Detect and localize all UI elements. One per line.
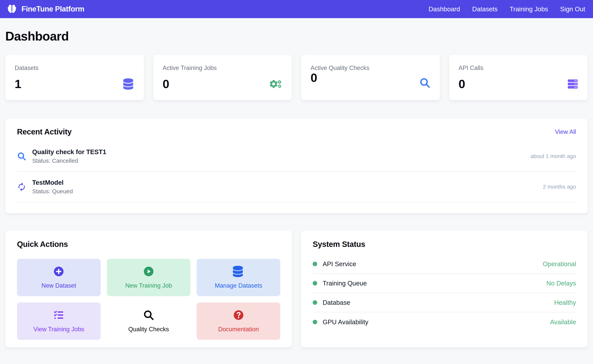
brand-name: FineTune Platform bbox=[21, 5, 84, 13]
quick-action-label: New Dataset bbox=[41, 282, 76, 289]
stat-card-api-calls: API Calls 0 bbox=[449, 55, 588, 100]
stats-row: Datasets 1 Active Training Jobs 0 bbox=[5, 55, 588, 100]
green-dot-icon bbox=[313, 262, 317, 266]
stat-card-active-training-jobs: Active Training Jobs 0 bbox=[153, 55, 292, 100]
quick-action-label: Quality Checks bbox=[128, 326, 169, 333]
status-value: Available bbox=[550, 318, 576, 326]
status-label: Database bbox=[323, 299, 350, 306]
status-label: API Service bbox=[323, 260, 356, 268]
status-label: Training Queue bbox=[323, 280, 367, 287]
top-nav: FineTune Platform Dashboard Datasets Tra… bbox=[0, 0, 593, 18]
search-icon bbox=[17, 152, 26, 161]
system-status-card: System Status API Service Operational Tr… bbox=[301, 231, 588, 347]
status-value: No Delays bbox=[546, 280, 576, 287]
new-dataset-button[interactable]: New Dataset bbox=[17, 259, 101, 296]
nav-item-datasets[interactable]: Datasets bbox=[472, 6, 497, 13]
nav-item-dashboard[interactable]: Dashboard bbox=[429, 6, 460, 13]
green-dot-icon bbox=[313, 300, 317, 305]
plus-circle-icon bbox=[53, 266, 64, 277]
stat-value: 0 bbox=[459, 77, 465, 91]
status-row-gpu-availability: GPU Availability Available bbox=[313, 312, 576, 332]
green-dot-icon bbox=[313, 320, 317, 324]
recent-activity-card: Recent Activity View All Quality check f… bbox=[5, 118, 588, 213]
activity-status: Status: Queued bbox=[32, 188, 73, 195]
activity-status: Status: Cancelled bbox=[32, 157, 106, 164]
stat-label: API Calls bbox=[459, 65, 579, 72]
dashboard-page: Dashboard Datasets 1 Active Training Job… bbox=[0, 29, 593, 360]
stat-value: 1 bbox=[15, 77, 21, 91]
status-row-api-service: API Service Operational bbox=[313, 254, 576, 274]
quality-checks-button[interactable]: Quality Checks bbox=[107, 302, 191, 340]
page-title: Dashboard bbox=[5, 29, 588, 44]
stat-label: Datasets bbox=[15, 65, 135, 72]
stat-label: Active Quality Checks bbox=[311, 65, 431, 72]
play-circle-icon bbox=[143, 266, 154, 277]
gears-icon bbox=[270, 78, 282, 90]
stat-card-datasets: Datasets 1 bbox=[5, 55, 144, 100]
system-status-title: System Status bbox=[313, 240, 576, 249]
quick-action-label: Documentation bbox=[218, 326, 259, 333]
server-icon bbox=[566, 78, 578, 90]
activity-item[interactable]: Quality check for TEST1 Status: Cancelle… bbox=[17, 141, 576, 172]
activity-timestamp: 2 months ago bbox=[543, 184, 576, 190]
quick-action-label: New Training Job bbox=[125, 282, 172, 289]
refresh-icon bbox=[17, 182, 26, 192]
nav-links: Dashboard Datasets Training Jobs Sign Ou… bbox=[429, 6, 585, 13]
brain-logo-icon bbox=[6, 4, 18, 15]
nav-item-training-jobs[interactable]: Training Jobs bbox=[510, 6, 548, 13]
search-icon bbox=[143, 309, 154, 321]
quick-actions-card: Quick Actions New Dataset New Training J… bbox=[5, 231, 292, 347]
manage-datasets-button[interactable]: Manage Datasets bbox=[197, 259, 280, 296]
status-value: Operational bbox=[543, 260, 576, 268]
status-row-training-queue: Training Queue No Delays bbox=[313, 274, 576, 293]
quick-actions-title: Quick Actions bbox=[17, 240, 280, 249]
stat-label: Active Training Jobs bbox=[163, 65, 283, 72]
quick-action-label: View Training Jobs bbox=[33, 326, 84, 333]
recent-activity-title: Recent Activity bbox=[17, 127, 72, 136]
stat-card-active-quality-checks: Active Quality Checks 0 bbox=[301, 55, 440, 100]
system-status-list: API Service Operational Training Queue N… bbox=[313, 254, 576, 332]
database-icon bbox=[122, 78, 135, 90]
stat-value: 0 bbox=[311, 71, 431, 84]
question-circle-icon bbox=[233, 309, 244, 321]
database-icon bbox=[233, 266, 244, 277]
view-training-jobs-button[interactable]: View Training Jobs bbox=[17, 302, 101, 340]
activity-timestamp: about 1 month ago bbox=[530, 153, 576, 159]
activity-item[interactable]: TestModel Status: Queued 2 months ago bbox=[17, 172, 576, 202]
status-value: Healthy bbox=[554, 299, 576, 306]
status-row-database: Database Healthy bbox=[313, 293, 576, 312]
bottom-grid: Quick Actions New Dataset New Training J… bbox=[5, 231, 588, 360]
new-training-job-button[interactable]: New Training Job bbox=[107, 259, 191, 296]
quick-actions-grid: New Dataset New Training Job Manage Data… bbox=[17, 259, 280, 340]
checklist-icon bbox=[53, 309, 64, 321]
nav-item-sign-out[interactable]: Sign Out bbox=[560, 6, 585, 13]
activity-title: TestModel bbox=[32, 179, 73, 186]
view-all-link[interactable]: View All bbox=[555, 128, 576, 136]
stat-value: 0 bbox=[163, 77, 169, 91]
activity-list: Quality check for TEST1 Status: Cancelle… bbox=[17, 141, 576, 202]
brand: FineTune Platform bbox=[6, 4, 84, 15]
status-label: GPU Availability bbox=[323, 318, 368, 326]
search-icon bbox=[418, 77, 431, 89]
activity-title: Quality check for TEST1 bbox=[32, 148, 106, 156]
documentation-button[interactable]: Documentation bbox=[197, 302, 280, 340]
quick-action-label: Manage Datasets bbox=[215, 282, 262, 289]
green-dot-icon bbox=[313, 281, 317, 286]
